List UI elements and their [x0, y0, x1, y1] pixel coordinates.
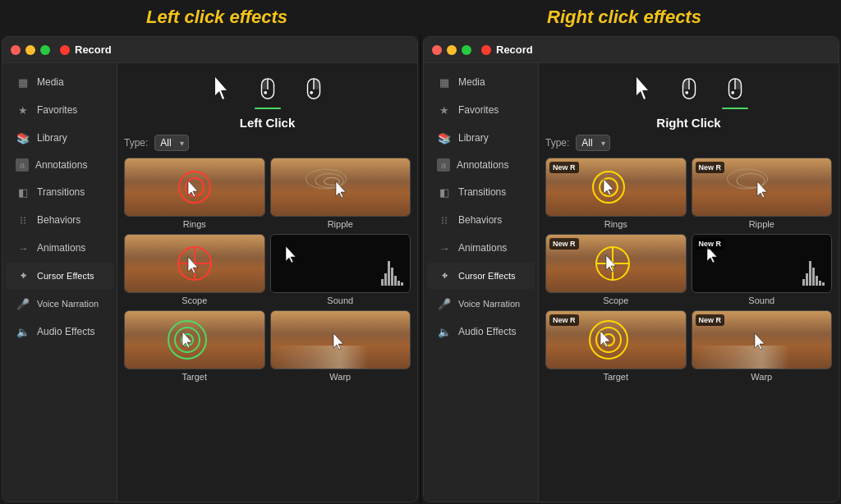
left-type-select[interactable]: All — [154, 135, 189, 151]
left-effect-scope[interactable]: Scope — [124, 234, 265, 305]
right-bar-2 — [806, 273, 808, 286]
left-target-label: Target — [182, 372, 207, 382]
left-sound-label: Sound — [327, 296, 353, 305]
sidebar-item-favorites[interactable]: ★ Favorites — [6, 97, 113, 123]
right-app-window: Record ▦ Media ★ Favorites 📚 Library — [423, 36, 839, 502]
svg-point-8 — [310, 91, 313, 94]
right-sidebar-item-behaviors[interactable]: ⁝⁝ Behaviors — [427, 207, 535, 233]
right-sidebar-item-transitions[interactable]: ◧ Transitions — [427, 179, 535, 205]
right-effect-sound[interactable]: New R Sound — [692, 234, 833, 305]
left-rings-bg — [125, 158, 264, 216]
bar-1 — [381, 279, 384, 286]
right-window-chrome: Record — [424, 37, 839, 63]
right-zoom-button[interactable] — [462, 45, 471, 55]
bar-7 — [401, 282, 403, 286]
right-scope-cursor — [604, 255, 619, 273]
right-star-icon: ★ — [437, 103, 452, 117]
right-bar-3 — [809, 261, 811, 286]
left-effect-ripple[interactable]: Ripple — [270, 158, 411, 229]
right-tab-right-click[interactable] — [722, 73, 748, 106]
svg-point-4 — [264, 91, 267, 94]
right-sound-thumb: New R — [692, 234, 833, 293]
bar-4 — [391, 268, 393, 286]
left-zoom-button[interactable] — [40, 45, 50, 55]
left-effect-target[interactable]: Target — [124, 310, 265, 382]
sidebar-label-favorites: Favorites — [37, 104, 77, 116]
bar-5 — [394, 276, 397, 286]
left-minimize-button[interactable] — [25, 45, 35, 55]
right-close-button[interactable] — [432, 45, 442, 55]
sound-cursor — [284, 246, 299, 264]
left-type-row: Type: All — [124, 135, 411, 151]
right-transitions-icon: ◧ — [437, 185, 452, 199]
svg-rect-22 — [735, 79, 742, 89]
bar-6 — [398, 281, 400, 286]
right-sidebar-label-animations: Animations — [458, 242, 507, 254]
right-rings-thumb: New R — [545, 158, 687, 217]
right-bar-4 — [812, 268, 815, 286]
right-sidebar-item-animations[interactable]: → Animations — [427, 235, 535, 261]
sidebar-item-audio-effects[interactable]: 🔈 Audio Effects — [6, 318, 113, 345]
left-target-thumb — [124, 310, 265, 369]
sidebar-item-library[interactable]: 📚 Library — [6, 125, 113, 151]
sidebar-item-voice-narration[interactable]: 🎤 Voice Narration — [6, 291, 113, 317]
right-effect-target[interactable]: New R Target — [545, 310, 687, 382]
rings-cursor — [186, 181, 201, 199]
right-type-select-wrap: All — [576, 135, 610, 151]
sidebar-item-media[interactable]: ▦ Media — [6, 69, 113, 95]
left-effect-sound[interactable]: Sound — [270, 234, 411, 305]
right-sidebar-item-media[interactable]: ▦ Media — [427, 69, 535, 95]
library-icon: 📚 — [16, 131, 30, 145]
right-effect-ripple[interactable]: New R Ripple — [692, 158, 833, 229]
right-sidebar-item-library[interactable]: 📚 Library — [427, 125, 535, 151]
left-ripple-label: Ripple — [328, 219, 353, 229]
sidebar-item-animations[interactable]: → Animations — [6, 235, 113, 261]
right-sidebar-item-cursor-effects[interactable]: ⌖ Cursor Effects — [427, 263, 535, 289]
right-rings-new-badge: New R — [549, 162, 579, 173]
left-sound-thumb — [270, 234, 411, 293]
right-effects-grid: New R Rings — [545, 158, 832, 382]
left-warp-label: Warp — [329, 372, 351, 382]
sidebar-item-behaviors[interactable]: ⁝⁝ Behaviors — [6, 207, 113, 233]
right-target-bg: New R — [546, 311, 686, 369]
right-minimize-button[interactable] — [447, 45, 457, 55]
sidebar-item-transitions[interactable]: ◧ Transitions — [6, 179, 113, 205]
right-effect-scope[interactable]: New R Scope — [545, 234, 687, 305]
warp-cursor — [332, 333, 347, 351]
right-behaviors-icon: ⁝⁝ — [437, 213, 452, 227]
left-tab-right-click[interactable] — [301, 73, 327, 106]
left-close-button[interactable] — [11, 45, 21, 55]
sidebar-label-animations: Animations — [37, 242, 85, 254]
left-record-button[interactable]: Record — [60, 44, 112, 56]
cursor-effects-icon: ⌖ — [16, 268, 30, 283]
right-type-select[interactable]: All — [576, 135, 610, 151]
left-effect-warp[interactable]: Warp — [270, 310, 411, 382]
right-tab-cursor[interactable] — [630, 73, 656, 106]
svg-marker-29 — [755, 333, 765, 350]
svg-marker-15 — [636, 77, 648, 99]
svg-marker-9 — [188, 181, 198, 197]
left-rings-thumb — [124, 158, 265, 217]
sidebar-item-cursor-effects[interactable]: ⌖ Cursor Effects — [6, 263, 113, 289]
right-effect-warp[interactable]: New R Warp — [692, 310, 833, 382]
right-record-button[interactable]: Record — [481, 44, 533, 56]
left-effect-rings[interactable]: Rings — [124, 158, 265, 229]
right-tab-left-click[interactable] — [676, 73, 702, 106]
sidebar-label-transitions: Transitions — [37, 186, 85, 198]
right-sidebar-item-audio-effects[interactable]: 🔈 Audio Effects — [427, 318, 535, 345]
right-bar-6 — [819, 281, 821, 286]
left-tab-cursor[interactable] — [209, 73, 235, 106]
left-scope-bg — [125, 235, 264, 292]
right-sidebar-item-voice-narration[interactable]: 🎤 Voice Narration — [427, 291, 535, 317]
animations-icon: → — [16, 241, 30, 255]
left-tab-left-click[interactable] — [255, 73, 281, 106]
right-sidebar-item-annotations[interactable]: a Annotations — [427, 153, 535, 177]
behaviors-icon: ⁝⁝ — [16, 213, 30, 227]
right-target-thumb: New R — [545, 310, 687, 369]
left-type-label: Type: — [124, 137, 148, 149]
right-effect-rings[interactable]: New R Rings — [545, 158, 687, 229]
sidebar-item-annotations[interactable]: a Annotations — [6, 153, 113, 177]
right-scope-label: Scope — [603, 296, 628, 305]
left-record-label: Record — [75, 44, 112, 56]
right-sidebar-item-favorites[interactable]: ★ Favorites — [427, 97, 535, 123]
